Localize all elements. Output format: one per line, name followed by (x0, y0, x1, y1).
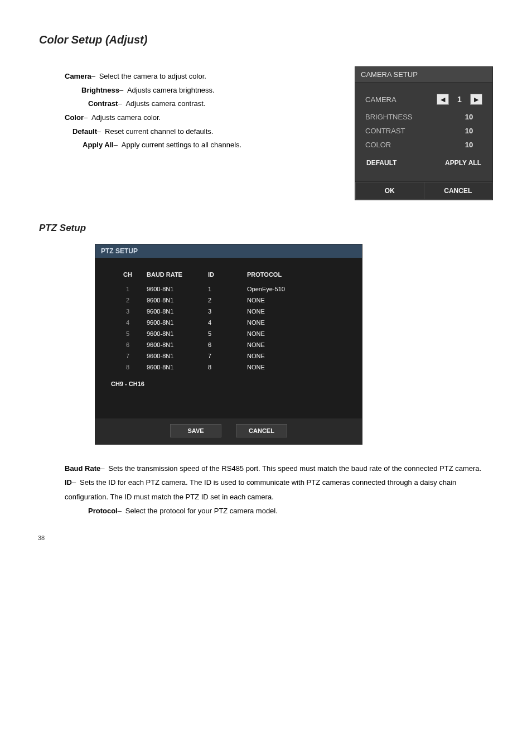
cell-baud: 9600-8N1 (144, 306, 206, 317)
cell-id: 1 (206, 283, 245, 295)
cell-protocol: NONE (245, 350, 346, 362)
ptz-more-link[interactable]: CH9 - CH16 (111, 381, 346, 387)
def-baud-desc: Sets the transmission speed of the RS485… (108, 464, 481, 473)
default-label: Default (72, 127, 97, 136)
camera-desc: Select the camera to adjust color. (99, 72, 206, 80)
cell-id: 5 (206, 328, 245, 339)
color-setup-bullets: Camera – Select the camera to adjust col… (39, 66, 349, 152)
col-ch: CH (111, 268, 144, 283)
chevron-right-icon: ▶ (474, 96, 478, 103)
brightness-row[interactable]: BRIGHTNESS 10 (365, 113, 482, 121)
default-button[interactable]: DEFAULT (365, 157, 398, 169)
cell-ch: 8 (111, 362, 144, 373)
cell-baud: 9600-8N1 (144, 350, 206, 362)
cell-ch: 4 (111, 317, 144, 328)
cell-baud: 9600-8N1 (144, 317, 206, 328)
def-protocol-label: Protocol (88, 507, 118, 515)
cell-ch: 2 (111, 295, 144, 306)
ptz-section-title: PTZ Setup (39, 223, 493, 234)
cell-protocol: NONE (245, 328, 346, 339)
applyall-label: Apply All (83, 141, 114, 149)
table-row[interactable]: 49600-8N14NONE (111, 317, 346, 328)
section-title: Color Setup (Adjust) (39, 33, 493, 46)
ok-button[interactable]: OK (355, 182, 424, 200)
cell-id: 3 (206, 306, 245, 317)
brightness-row-label: BRIGHTNESS (365, 113, 413, 121)
cell-baud: 9600-8N1 (144, 339, 206, 350)
cell-ch: 1 (111, 283, 144, 295)
ptz-panel-title: PTZ SETUP (95, 244, 362, 258)
def-protocol-desc: Select the protocol for your PTZ camera … (125, 507, 278, 515)
cell-protocol: NONE (245, 295, 346, 306)
camera-panel-title: CAMERA SETUP (355, 67, 492, 83)
cell-baud: 9600-8N1 (144, 283, 206, 295)
col-baud: BAUD RATE (144, 268, 206, 283)
ptz-cancel-button[interactable]: CANCEL (236, 424, 287, 437)
contrast-label: Contrast (88, 99, 118, 108)
cell-id: 6 (206, 339, 245, 350)
table-row[interactable]: 29600-8N12NONE (111, 295, 346, 306)
cell-id: 4 (206, 317, 245, 328)
cancel-button[interactable]: CANCEL (424, 182, 493, 200)
brightness-label: Brightness (81, 86, 119, 94)
color-row-label: COLOR (365, 141, 391, 149)
ptz-setup-panel: PTZ SETUP CH BAUD RATE ID PROTOCOL 19600… (95, 244, 362, 445)
ptz-table: CH BAUD RATE ID PROTOCOL 19600-8N11OpenE… (111, 268, 346, 373)
contrast-row-label: CONTRAST (365, 127, 405, 135)
camera-prev-button[interactable]: ◀ (437, 94, 449, 105)
table-row[interactable]: 39600-8N13NONE (111, 306, 346, 317)
table-row[interactable]: 59600-8N15NONE (111, 328, 346, 339)
cell-ch: 5 (111, 328, 144, 339)
camera-field-label: CAMERA (365, 95, 396, 104)
col-protocol: PROTOCOL (245, 268, 346, 283)
cell-protocol: NONE (245, 339, 346, 350)
cell-protocol: NONE (245, 362, 346, 373)
camera-next-button[interactable]: ▶ (470, 94, 482, 105)
table-row[interactable]: 79600-8N17NONE (111, 350, 346, 362)
cell-protocol: NONE (245, 306, 346, 317)
color-desc: Adjusts camera color. (91, 113, 161, 122)
table-row[interactable]: 19600-8N11OpenEye-510 (111, 283, 346, 295)
table-row[interactable]: 89600-8N18NONE (111, 362, 346, 373)
table-row[interactable]: 69600-8N16NONE (111, 339, 346, 350)
brightness-value: 10 (456, 113, 482, 121)
brightness-desc: Adjusts camera brightness. (127, 86, 215, 94)
color-label: Color (65, 113, 84, 122)
cell-baud: 9600-8N1 (144, 295, 206, 306)
contrast-desc: Adjusts camera contrast. (125, 99, 205, 108)
color-row[interactable]: COLOR 10 (365, 141, 482, 149)
def-id-label: ID (65, 478, 72, 487)
cell-protocol: NONE (245, 317, 346, 328)
cell-ch: 7 (111, 350, 144, 362)
cell-id: 2 (206, 295, 245, 306)
camera-spinner: ◀ 1 ▶ (437, 94, 482, 105)
ptz-save-button[interactable]: SAVE (170, 424, 221, 437)
def-baud-label: Baud Rate (65, 464, 100, 473)
cell-protocol: OpenEye-510 (245, 283, 346, 295)
camera-setup-panel: CAMERA SETUP CAMERA ◀ 1 ▶ BRIGHTNESS 10 … (355, 66, 493, 200)
chevron-left-icon: ◀ (441, 96, 445, 103)
col-id: ID (206, 268, 245, 283)
contrast-row[interactable]: CONTRAST 10 (365, 127, 482, 135)
page-number: 38 (38, 535, 45, 541)
cell-ch: 3 (111, 306, 144, 317)
camera-label: Camera (65, 72, 91, 80)
cell-ch: 6 (111, 339, 144, 350)
cell-baud: 9600-8N1 (144, 328, 206, 339)
def-id-desc: Sets the ID for each PTZ camera. The ID … (65, 478, 456, 500)
applyall-desc: Apply current settings to all channels. (122, 141, 241, 149)
cell-id: 7 (206, 350, 245, 362)
cell-baud: 9600-8N1 (144, 362, 206, 373)
apply-all-button[interactable]: APPLY ALL (444, 157, 482, 169)
contrast-value: 10 (456, 127, 482, 135)
ptz-definitions: Baud Rate – Sets the transmission speed … (39, 461, 493, 518)
color-value: 10 (456, 141, 482, 149)
default-desc: Reset current channel to defaults. (105, 127, 213, 136)
cell-id: 8 (206, 362, 245, 373)
camera-value: 1 (452, 95, 467, 104)
